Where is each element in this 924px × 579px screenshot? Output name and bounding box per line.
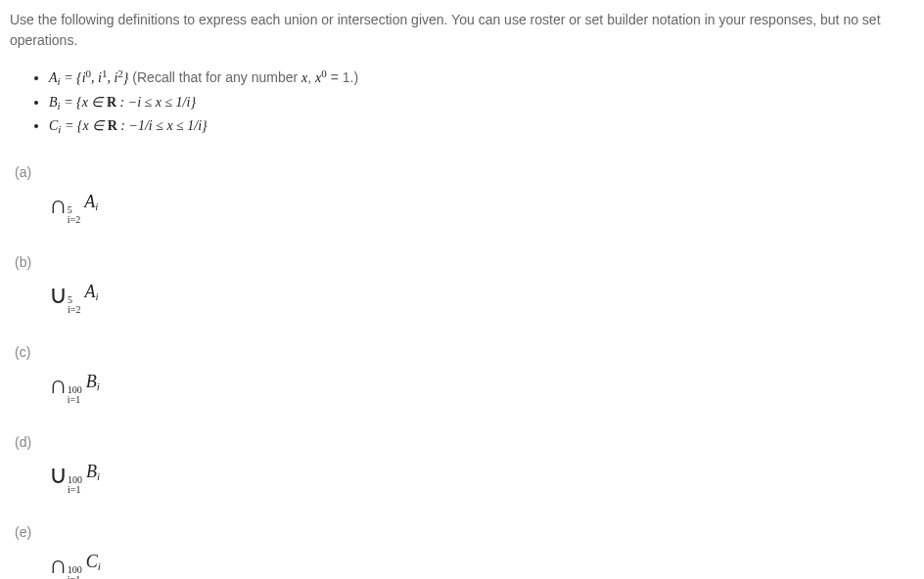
problem-label: (e) xyxy=(15,522,914,543)
recall-eq: = 1 xyxy=(327,69,350,85)
definitions-list: Ai = {i0, i1, i2} (Recall that for any n… xyxy=(10,66,914,138)
problem-list: (a) ∩5i=2Ai (b) ∪5i=2Ai (c) ∩100i=1Bi (d… xyxy=(10,162,914,580)
problem-label: (b) xyxy=(15,252,914,273)
definition-A: Ai = {i0, i1, i2} (Recall that for any n… xyxy=(49,66,914,90)
instructions-text: Use the following definitions to express… xyxy=(10,10,914,51)
problem-label: (d) xyxy=(15,432,914,453)
problem-expression: ∪5i=2Ai xyxy=(15,276,914,315)
definition-B: Bi = {x ∈ R : −i ≤ x ≤ 1/i} xyxy=(49,92,914,114)
set-var: C xyxy=(86,552,98,571)
problem-expression: ∪100i=1Bi xyxy=(15,456,914,495)
problem-expression: ∩5i=2Ai xyxy=(15,186,914,225)
limit-bottom: i=1 xyxy=(68,395,82,405)
set-var: B xyxy=(86,462,97,481)
set-sub: i xyxy=(98,560,101,572)
intersection-icon: ∩ xyxy=(49,186,68,224)
limit-top: 5 xyxy=(68,205,80,215)
problem-c: (c) ∩100i=1Bi xyxy=(15,342,914,405)
intersection-icon: ∩ xyxy=(49,546,68,580)
union-icon: ∪ xyxy=(49,456,68,494)
limit-bottom: i=1 xyxy=(68,575,82,580)
problem-expression: ∩100i=1Ci xyxy=(15,546,914,580)
limit-bottom: i=2 xyxy=(68,305,80,315)
limit-bottom: i=2 xyxy=(68,215,80,225)
recall-mid: , xyxy=(307,69,315,85)
set-var: A xyxy=(84,192,95,211)
recall-suffix: .) xyxy=(350,69,359,85)
set-sub: i xyxy=(95,200,98,212)
problem-expression: ∩100i=1Bi xyxy=(15,366,914,405)
problem-label: (c) xyxy=(15,342,914,363)
set-sub: i xyxy=(95,290,98,302)
problem-b: (b) ∪5i=2Ai xyxy=(15,252,914,315)
set-sub: i xyxy=(97,470,100,482)
set-var: B xyxy=(86,372,97,391)
set-sub: i xyxy=(97,380,100,392)
problem-a: (a) ∩5i=2Ai xyxy=(15,162,914,225)
limit-top: 100 xyxy=(68,385,82,395)
limit-bottom: i=1 xyxy=(68,485,82,495)
intersection-icon: ∩ xyxy=(49,366,68,404)
limit-top: 100 xyxy=(68,475,82,485)
limit-top: 5 xyxy=(68,295,80,305)
union-icon: ∪ xyxy=(49,276,68,314)
set-var: A xyxy=(84,282,95,301)
problem-label: (a) xyxy=(15,162,914,183)
problem-e: (e) ∩100i=1Ci xyxy=(15,522,914,580)
recall-prefix: (Recall that for any number xyxy=(128,69,301,85)
limit-top: 100 xyxy=(68,565,82,575)
definition-C: Ci = {x ∈ R : −1/i ≤ x ≤ 1/i} xyxy=(49,115,914,138)
problem-d: (d) ∪100i=1Bi xyxy=(15,432,914,495)
